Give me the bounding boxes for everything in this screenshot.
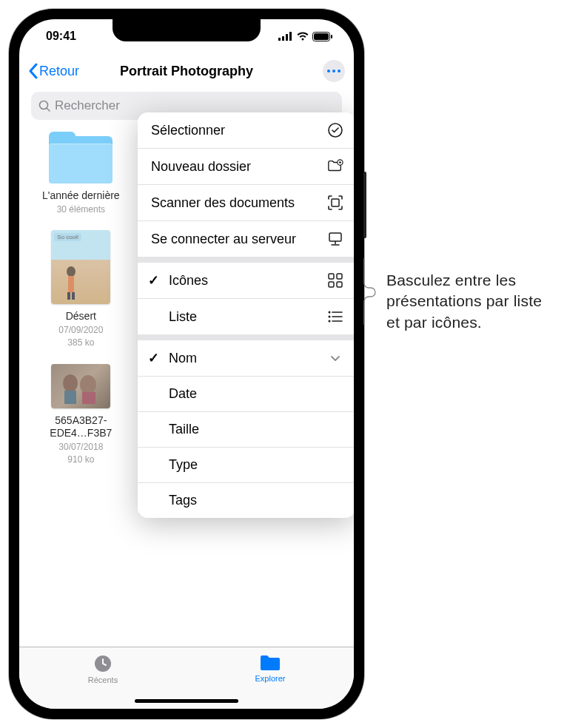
- menu-sort-type[interactable]: Type: [138, 448, 354, 483]
- svg-point-38: [329, 320, 331, 323]
- svg-point-12: [67, 266, 76, 277]
- grid-icon: [327, 272, 343, 289]
- menu-sort-date[interactable]: Date: [138, 377, 354, 412]
- svg-point-17: [80, 375, 96, 394]
- menu-label: Date: [169, 386, 197, 402]
- svg-rect-32: [329, 282, 334, 287]
- menu-label: Nom: [169, 351, 197, 366]
- menu-sort-name[interactable]: ✓ Nom: [138, 340, 354, 377]
- menu-connect-server[interactable]: Se connecter au serveur: [138, 221, 354, 257]
- server-icon: [327, 231, 343, 247]
- menu-sort-tags[interactable]: Tags: [138, 483, 354, 518]
- menu-label: Nouveau dossier: [151, 159, 251, 175]
- status-time: 09:41: [46, 30, 76, 43]
- tab-label: Explorer: [255, 674, 286, 683]
- item-date: 07/09/2020: [58, 325, 103, 337]
- svg-rect-19: [82, 392, 95, 404]
- svg-rect-5: [314, 33, 329, 40]
- search-icon: [38, 100, 50, 112]
- menu-label: Taille: [169, 422, 199, 437]
- chevron-left-icon: [28, 63, 38, 79]
- search-placeholder: Rechercher: [55, 98, 120, 113]
- menu-view-list[interactable]: Liste: [138, 299, 354, 334]
- list-icon: [327, 309, 343, 325]
- menu-label: Icônes: [169, 273, 208, 289]
- chevron-down-icon: [327, 350, 343, 366]
- check-icon: ✓: [148, 350, 159, 366]
- item-name: L'année dernière: [42, 189, 120, 203]
- menu-separator: [138, 257, 354, 263]
- item-size: 910 ko: [67, 454, 94, 466]
- menu-separator: [138, 334, 354, 340]
- svg-rect-26: [332, 199, 339, 206]
- item-size: 385 ko: [67, 337, 94, 349]
- svg-point-9: [338, 70, 340, 73]
- callout-bracket-icon: [363, 258, 382, 325]
- menu-label: Liste: [169, 309, 197, 325]
- back-button[interactable]: Retour: [28, 63, 79, 79]
- side-button: [363, 172, 366, 238]
- check-icon: ✓: [148, 272, 159, 289]
- folder-plus-icon: [327, 158, 343, 175]
- svg-rect-0: [278, 38, 281, 41]
- svg-point-34: [329, 311, 331, 314]
- menu-new-folder[interactable]: Nouveau dossier: [138, 149, 354, 185]
- menu-label: Tags: [169, 493, 197, 508]
- file-thumbnail: So cool!: [51, 230, 110, 304]
- svg-point-8: [332, 70, 335, 73]
- menu-view-icons[interactable]: ✓ Icônes: [138, 263, 354, 299]
- page-title: Portrait Photography: [120, 64, 253, 79]
- svg-rect-18: [64, 391, 76, 404]
- svg-point-16: [63, 374, 78, 392]
- file-thumbnail: [51, 364, 110, 408]
- menu-label: Type: [169, 457, 198, 473]
- menu-select[interactable]: Sélectionner: [138, 112, 354, 149]
- svg-rect-15: [72, 292, 75, 300]
- thumb-badge: So cool!: [54, 233, 81, 241]
- folder-item[interactable]: L'année dernière 30 éléments: [33, 132, 130, 215]
- file-item[interactable]: So cool! Désert 07/09/2020 385 ko: [33, 230, 130, 349]
- back-label: Retour: [39, 64, 79, 79]
- tab-bar: Récents Explorer: [19, 647, 354, 709]
- item-date: 30/07/2018: [58, 442, 103, 454]
- tab-label: Récents: [88, 675, 118, 684]
- svg-rect-31: [337, 274, 342, 279]
- notch: [113, 19, 261, 41]
- svg-rect-30: [329, 274, 334, 279]
- svg-rect-33: [337, 282, 342, 287]
- phone-frame: 09:41 Retour Portrait Photography Recher…: [9, 9, 364, 719]
- file-item[interactable]: 565A3B27- EDE4…F3B7 30/07/2018 910 ko: [33, 364, 130, 466]
- clock-icon: [93, 653, 113, 674]
- svg-point-36: [329, 316, 331, 318]
- svg-rect-13: [68, 276, 74, 292]
- nav-bar: Retour Portrait Photography: [19, 53, 354, 89]
- home-indicator[interactable]: [135, 699, 238, 703]
- cellular-icon: [278, 32, 293, 41]
- context-menu: Sélectionner Nouveau dossier Scanner des…: [138, 112, 354, 518]
- wifi-icon: [296, 32, 309, 41]
- svg-rect-6: [331, 35, 332, 38]
- more-button[interactable]: [323, 60, 345, 82]
- menu-label: Scanner des documents: [151, 195, 295, 211]
- svg-rect-2: [286, 34, 288, 41]
- callout-text: Basculez entre les présentations par lis…: [386, 270, 555, 333]
- menu-label: Sélectionner: [151, 123, 225, 138]
- item-name: Désert: [66, 310, 96, 323]
- scan-icon: [327, 195, 343, 211]
- battery-icon: [312, 32, 333, 41]
- folder-icon: [259, 653, 281, 673]
- ellipsis-icon: [327, 70, 340, 73]
- svg-line-11: [47, 108, 50, 111]
- svg-rect-27: [329, 233, 341, 241]
- folder-icon: [49, 132, 113, 183]
- svg-rect-1: [282, 36, 284, 41]
- item-name-line2: EDE4…F3B7: [50, 427, 112, 440]
- screen: 09:41 Retour Portrait Photography Recher…: [19, 19, 354, 709]
- item-name-line1: 565A3B27-: [55, 414, 107, 428]
- svg-point-7: [327, 70, 330, 73]
- menu-scan-documents[interactable]: Scanner des documents: [138, 185, 354, 221]
- svg-rect-14: [67, 292, 70, 300]
- menu-label: Se connecter au serveur: [151, 232, 296, 247]
- menu-sort-size[interactable]: Taille: [138, 412, 354, 448]
- select-circle-icon: [327, 122, 343, 138]
